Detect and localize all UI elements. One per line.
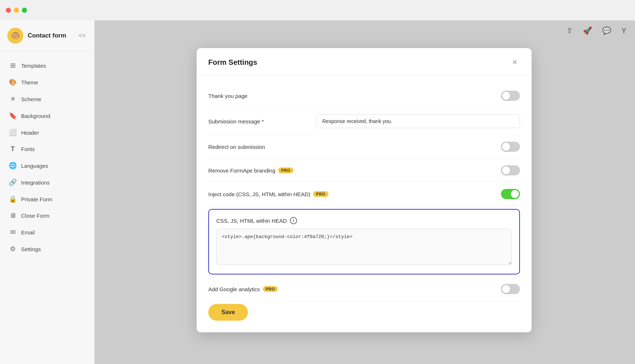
sidebar-item-background[interactable]: 🔖 Background xyxy=(0,107,94,124)
close-form-icon: 🖥 xyxy=(9,212,17,219)
add-google-analytics-toggle[interactable] xyxy=(501,284,520,294)
sidebar-item-templates[interactable]: ⊞ Templates xyxy=(0,57,94,74)
app-layout: 🐵 Contact form <> ⊞ Templates 🎨 Theme ✳ … xyxy=(0,20,635,364)
sidebar-item-settings[interactable]: ⚙ Settings xyxy=(0,241,94,257)
sidebar-label-theme: Theme xyxy=(21,79,38,86)
sidebar-label-email: Email xyxy=(21,229,35,236)
templates-icon: ⊞ xyxy=(9,62,17,70)
sidebar-label-fonts: Fonts xyxy=(21,146,35,152)
code-section: CSS, JS, HTML within HEAD i <style>.ape{… xyxy=(208,209,520,274)
modal-title: Form Settings xyxy=(208,58,257,67)
modal-body: Thank you page Submission message * xyxy=(197,75,532,332)
app-name: Contact form xyxy=(28,32,66,39)
inject-code-pro-badge: PRO xyxy=(313,191,328,197)
sidebar-label-integrations: Integrations xyxy=(21,179,50,186)
titlebar xyxy=(0,0,635,20)
close-window-button[interactable] xyxy=(6,8,11,13)
theme-icon: 🎨 xyxy=(9,78,17,86)
redirect-on-submission-label: Redirect on submission xyxy=(208,144,265,150)
private-form-icon: 🔒 xyxy=(9,195,17,203)
code-textarea[interactable]: <style>.ape{background-color:#f0a728;}</… xyxy=(216,229,512,265)
app-logo: 🐵 xyxy=(7,28,23,44)
code-section-title: CSS, JS, HTML within HEAD xyxy=(216,218,287,224)
minimize-window-button[interactable] xyxy=(14,8,19,13)
redirect-on-submission-toggle[interactable] xyxy=(501,142,520,152)
maximize-window-button[interactable] xyxy=(22,8,27,13)
header-icon: ⬜ xyxy=(9,128,17,136)
save-button[interactable]: Save xyxy=(208,304,248,321)
sidebar-item-email[interactable]: ✉ Email xyxy=(0,224,94,241)
inject-code-toggle[interactable] xyxy=(501,189,520,199)
add-google-analytics-label: Add Google analytics PRO xyxy=(208,286,278,292)
add-google-analytics-row: Add Google analytics PRO xyxy=(208,277,520,301)
settings-icon: ⚙ xyxy=(9,245,17,253)
inject-code-row: Inject code (CSS, JS, HTML within HEAD) … xyxy=(208,182,520,206)
remove-branding-row: Remove FormApe branding PRO xyxy=(208,159,520,182)
integrations-icon: 🔗 xyxy=(9,178,17,186)
thank-you-page-thumb xyxy=(502,92,510,100)
sidebar-label-background: Background xyxy=(21,113,50,119)
form-settings-modal: Form Settings × Thank you page xyxy=(197,48,532,332)
sidebar-item-integrations[interactable]: 🔗 Integrations xyxy=(0,174,94,191)
code-section-info-icon[interactable]: i xyxy=(290,217,297,224)
inject-code-thumb xyxy=(511,190,519,198)
main-content: ⇧ 🚀 💬 Y Form Settings × Thank you page xyxy=(95,20,635,364)
sidebar-label-close-form: Close Form xyxy=(21,213,50,219)
inject-code-label: Inject code (CSS, JS, HTML within HEAD) … xyxy=(208,191,328,197)
sidebar-label-settings: Settings xyxy=(21,246,41,252)
logo-emoji: 🐵 xyxy=(11,31,20,40)
remove-branding-pro-badge: PRO xyxy=(278,167,293,173)
sidebar-item-private-form[interactable]: 🔒 Private Form xyxy=(0,191,94,207)
scheme-icon: ✳ xyxy=(9,95,17,103)
sidebar-item-theme[interactable]: 🎨 Theme xyxy=(0,74,94,91)
background-icon: 🔖 xyxy=(9,112,17,120)
redirect-on-submission-row: Redirect on submission xyxy=(208,135,520,159)
redirect-on-submission-thumb xyxy=(502,143,510,151)
sidebar-label-templates: Templates xyxy=(21,63,46,69)
submission-message-input[interactable] xyxy=(316,114,520,128)
sidebar-header: 🐵 Contact form <> xyxy=(0,20,94,51)
sidebar-nav: ⊞ Templates 🎨 Theme ✳ Scheme 🔖 Backgroun… xyxy=(0,51,94,364)
sidebar: 🐵 Contact form <> ⊞ Templates 🎨 Theme ✳ … xyxy=(0,20,95,364)
modal-header: Form Settings × xyxy=(197,48,532,75)
thank-you-page-row: Thank you page xyxy=(208,84,520,108)
thank-you-page-toggle[interactable] xyxy=(501,91,520,101)
sidebar-item-close-form[interactable]: 🖥 Close Form xyxy=(0,207,94,224)
thank-you-page-label: Thank you page xyxy=(208,93,248,99)
sidebar-item-languages[interactable]: 🌐 Languages xyxy=(0,157,94,174)
submission-message-label: Submission message * xyxy=(208,118,281,124)
sidebar-label-scheme: Scheme xyxy=(21,96,41,102)
google-analytics-pro-badge: PRO xyxy=(263,286,278,292)
remove-branding-toggle[interactable] xyxy=(501,165,520,175)
code-section-header: CSS, JS, HTML within HEAD i xyxy=(216,217,512,224)
sidebar-label-private-form: Private Form xyxy=(21,196,52,202)
add-google-analytics-thumb xyxy=(502,285,510,293)
modal-overlay: Form Settings × Thank you page xyxy=(95,20,635,364)
sidebar-item-header[interactable]: ⬜ Header xyxy=(0,124,94,141)
languages-icon: 🌐 xyxy=(9,162,17,170)
sidebar-collapse-button[interactable]: <> xyxy=(77,31,87,40)
sidebar-item-fonts[interactable]: T Fonts xyxy=(0,141,94,157)
remove-branding-label: Remove FormApe branding PRO xyxy=(208,167,293,174)
sidebar-item-scheme[interactable]: ✳ Scheme xyxy=(0,91,94,107)
modal-close-button[interactable]: × xyxy=(509,57,520,68)
sidebar-label-languages: Languages xyxy=(21,163,48,169)
submission-message-row: Submission message * xyxy=(208,108,520,135)
fonts-icon: T xyxy=(9,145,17,153)
email-icon: ✉ xyxy=(9,228,17,236)
sidebar-label-header: Header xyxy=(21,130,39,136)
remove-branding-thumb xyxy=(502,166,510,174)
